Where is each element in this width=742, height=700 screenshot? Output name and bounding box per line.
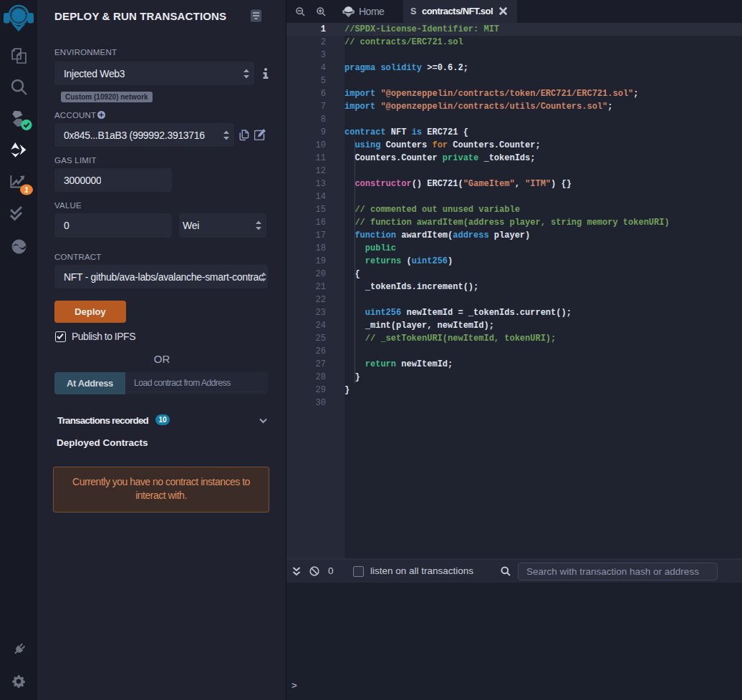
svg-text:1: 1 — [24, 185, 29, 194]
